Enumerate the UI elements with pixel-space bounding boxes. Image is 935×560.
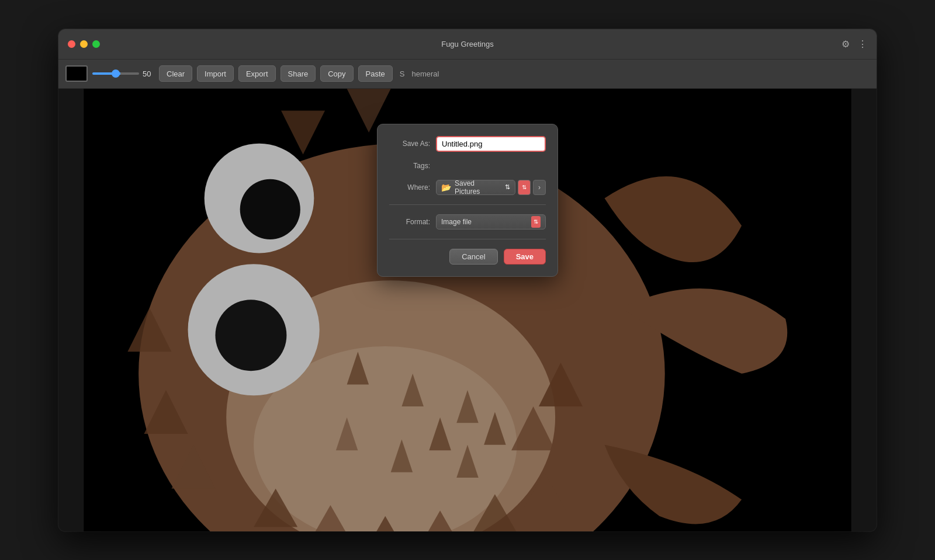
- divider2: [389, 239, 546, 239]
- traffic-lights: [68, 40, 100, 48]
- save-as-row: Save As:: [389, 136, 546, 152]
- up-down-icon: ⇅: [505, 183, 510, 191]
- app-window: Fugu Greetings ⚙ ⋮ 50 Clear Import Expor…: [58, 29, 877, 531]
- format-row: Format: Image file ⇅: [389, 214, 546, 229]
- window-title: Fugu Greetings: [441, 40, 494, 48]
- export-button[interactable]: Export: [238, 65, 276, 82]
- where-label: Where:: [389, 183, 430, 192]
- ephemeral-label: hemeral: [411, 69, 439, 78]
- color-swatch[interactable]: [65, 65, 88, 82]
- tags-row: Tags:: [389, 159, 546, 173]
- minimize-button[interactable]: [80, 40, 88, 48]
- where-select[interactable]: 📂 Saved Pictures ⇅: [436, 180, 515, 195]
- cancel-button[interactable]: Cancel: [449, 249, 497, 265]
- where-chevron[interactable]: ›: [533, 180, 546, 195]
- menu-icon[interactable]: ⋮: [858, 39, 867, 50]
- save-button[interactable]: Save: [504, 249, 546, 265]
- format-stepper[interactable]: ⇅: [531, 216, 541, 228]
- paste-button[interactable]: Paste: [358, 65, 393, 82]
- maximize-button[interactable]: [92, 40, 100, 48]
- where-stepper[interactable]: ⇅: [518, 180, 531, 195]
- title-icons: ⚙ ⋮: [842, 39, 867, 50]
- tags-input[interactable]: [436, 159, 546, 173]
- slider-container: 50: [92, 69, 154, 78]
- modal-overlay: Save As: Tags: Where: 📂 Saved Pictures: [58, 89, 877, 531]
- modal-buttons: Cancel Save: [389, 249, 546, 265]
- share-button[interactable]: Share: [280, 65, 316, 82]
- format-select[interactable]: Image file ⇅: [436, 214, 546, 229]
- extension-icon[interactable]: ⚙: [842, 39, 850, 50]
- format-value: Image file: [441, 218, 472, 226]
- clear-button[interactable]: Clear: [159, 65, 192, 82]
- where-value: Saved Pictures: [455, 179, 501, 196]
- tags-label: Tags:: [389, 162, 430, 170]
- ephemeral-text: S: [400, 69, 405, 78]
- filename-input[interactable]: [436, 136, 546, 152]
- where-row: Where: 📂 Saved Pictures ⇅ ⇅ ›: [389, 180, 546, 195]
- where-container: 📂 Saved Pictures ⇅ ⇅ ›: [436, 180, 546, 195]
- canvas-area[interactable]: Save As: Tags: Where: 📂 Saved Pictures: [58, 89, 877, 531]
- import-button[interactable]: Import: [197, 65, 234, 82]
- slider-value: 50: [143, 69, 154, 78]
- save-dialog: Save As: Tags: Where: 📂 Saved Pictures: [377, 124, 558, 277]
- title-bar: Fugu Greetings ⚙ ⋮: [58, 29, 877, 60]
- close-button[interactable]: [68, 40, 75, 48]
- brush-size-slider[interactable]: [92, 72, 139, 75]
- save-as-label: Save As:: [389, 140, 430, 148]
- toolbar: 50 Clear Import Export Share Copy Paste …: [58, 60, 877, 89]
- copy-button[interactable]: Copy: [320, 65, 353, 82]
- format-label: Format:: [389, 218, 430, 226]
- folder-icon: 📂: [441, 183, 451, 192]
- divider: [389, 204, 546, 205]
